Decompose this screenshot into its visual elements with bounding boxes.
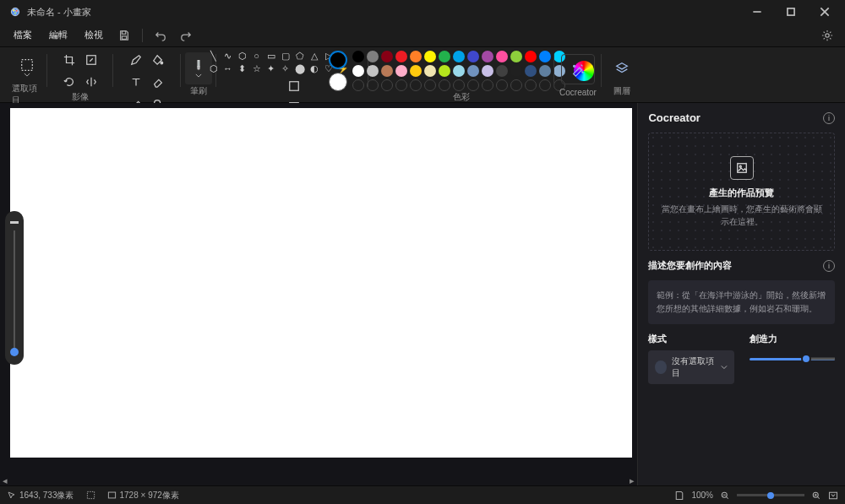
empty-color-swatch[interactable] xyxy=(381,79,393,91)
color-swatch[interactable] xyxy=(439,51,450,62)
horizontal-scrollbar[interactable]: ◂ ▸ xyxy=(0,475,637,485)
empty-color-swatch[interactable] xyxy=(525,79,537,91)
svg-rect-21 xyxy=(87,491,94,498)
color-swatch[interactable] xyxy=(453,51,465,62)
layers-button[interactable] xyxy=(605,53,639,84)
empty-color-swatch[interactable] xyxy=(424,79,436,91)
color-swatch[interactable] xyxy=(381,65,393,77)
menu-file[interactable]: 檔案 xyxy=(7,25,39,45)
preview-title: 產生的作品預覽 xyxy=(709,187,774,199)
brush-size-slider[interactable]: ▬ xyxy=(5,211,24,365)
theme-icon[interactable] xyxy=(789,26,811,45)
color-swatch[interactable] xyxy=(367,51,379,62)
creativity-slider[interactable] xyxy=(750,350,835,367)
color-swatch[interactable] xyxy=(395,51,407,62)
color-swatch[interactable] xyxy=(510,65,522,77)
preview-box: 產生的作品預覽 當您在畫布上繪圖時，您產生的藝術將會顯示在這裡。 xyxy=(648,133,835,251)
empty-color-swatch[interactable] xyxy=(496,79,508,91)
color-swatch[interactable] xyxy=(410,51,422,62)
zoom-in-button[interactable] xyxy=(811,490,821,501)
color-swatch[interactable] xyxy=(525,51,537,62)
fill-tool-icon[interactable] xyxy=(149,51,167,69)
style-dropdown[interactable]: 沒有選取項目 xyxy=(648,350,733,384)
color-swatch[interactable] xyxy=(496,51,508,62)
ribbon-group-image: 影像 xyxy=(47,51,113,99)
empty-color-swatch[interactable] xyxy=(439,79,450,91)
color-swatch[interactable] xyxy=(510,51,522,62)
info-icon[interactable]: i xyxy=(823,112,835,124)
empty-color-swatch[interactable] xyxy=(395,79,407,91)
shape-outline-icon[interactable] xyxy=(285,77,303,95)
minimize-button[interactable] xyxy=(740,0,774,24)
maximize-button[interactable] xyxy=(774,0,808,24)
color-swatch[interactable] xyxy=(424,65,436,77)
empty-color-swatch[interactable] xyxy=(482,79,493,91)
main-area: ▬ ◂ ▸ Cocreator i 產生的作品預覽 當您在畫布上繪圖時，您產生的… xyxy=(0,103,845,485)
text-tool-icon[interactable] xyxy=(127,73,145,91)
color-swatch[interactable] xyxy=(352,65,364,77)
primary-color-swatch[interactable] xyxy=(329,51,347,69)
menu-view[interactable]: 檢視 xyxy=(78,25,110,45)
color-swatch[interactable] xyxy=(539,65,551,77)
color-swatch[interactable] xyxy=(467,51,479,62)
svg-rect-9 xyxy=(122,35,126,39)
cursor-position: 1643, 733像素 xyxy=(7,490,74,501)
autosave-icon[interactable] xyxy=(674,490,684,501)
empty-color-swatch[interactable] xyxy=(467,79,479,91)
info-icon[interactable]: i xyxy=(823,260,835,272)
select-tool[interactable] xyxy=(14,51,41,83)
empty-color-swatch[interactable] xyxy=(410,79,422,91)
save-icon[interactable] xyxy=(113,26,135,45)
color-swatch[interactable] xyxy=(410,65,422,77)
color-swatch[interactable] xyxy=(482,65,493,77)
settings-icon[interactable] xyxy=(816,26,838,45)
zoom-slider[interactable] xyxy=(737,494,804,496)
preview-description: 當您在畫布上繪圖時，您產生的藝術將會顯示在這裡。 xyxy=(657,203,826,228)
close-button[interactable] xyxy=(808,0,842,24)
color-swatch[interactable] xyxy=(381,51,393,62)
secondary-color-swatch[interactable] xyxy=(329,73,347,91)
ribbon-label-cocreator: Cocreator xyxy=(559,88,597,99)
color-swatch[interactable] xyxy=(496,65,508,77)
empty-color-swatch[interactable] xyxy=(539,79,551,91)
color-swatch[interactable] xyxy=(367,65,379,77)
svg-point-18 xyxy=(582,72,583,73)
empty-color-swatch[interactable] xyxy=(510,79,522,91)
ribbon-label-brushes: 筆刷 xyxy=(190,85,207,99)
zoom-out-button[interactable] xyxy=(720,490,730,501)
empty-color-swatch[interactable] xyxy=(453,79,465,91)
canvas[interactable] xyxy=(10,108,632,458)
color-swatch[interactable] xyxy=(395,65,407,77)
empty-color-swatch[interactable] xyxy=(352,79,364,91)
color-swatch[interactable] xyxy=(525,65,537,77)
fit-screen-button[interactable] xyxy=(828,490,838,501)
crop-tool-icon[interactable] xyxy=(60,51,79,69)
svg-rect-15 xyxy=(290,82,299,91)
svg-point-20 xyxy=(739,165,741,167)
title-bar: 未命名 - 小畫家 xyxy=(0,0,845,24)
prompt-input[interactable]: 範例：從「在海洋中游泳的」開始，然後新增您所想的其他詳細數據，例如岩石和珊瑚。 xyxy=(648,280,835,324)
undo-icon[interactable] xyxy=(150,26,172,45)
color-swatch[interactable] xyxy=(539,51,551,62)
color-swatch[interactable] xyxy=(482,51,493,62)
resize-tool-icon[interactable] xyxy=(82,51,101,69)
color-swatch[interactable] xyxy=(439,65,450,77)
flip-tool-icon[interactable] xyxy=(82,73,101,91)
menu-edit[interactable]: 編輯 xyxy=(42,25,74,45)
ribbon-group-cocreator: Cocreator xyxy=(554,51,602,99)
panel-title: Cocreator xyxy=(648,111,700,124)
cocreator-button[interactable] xyxy=(561,54,595,84)
empty-color-swatch[interactable] xyxy=(367,79,379,91)
color-swatch[interactable] xyxy=(453,65,465,77)
image-placeholder-icon xyxy=(730,156,754,180)
pencil-tool-icon[interactable] xyxy=(127,51,145,69)
rotate-tool-icon[interactable] xyxy=(60,73,79,91)
svg-point-2 xyxy=(16,10,18,12)
redo-icon[interactable] xyxy=(175,26,197,45)
color-swatch[interactable] xyxy=(352,51,364,62)
color-palette[interactable] xyxy=(352,51,565,91)
style-value: 沒有選取項目 xyxy=(672,355,716,379)
color-swatch[interactable] xyxy=(467,65,479,77)
color-swatch[interactable] xyxy=(424,51,436,62)
eraser-tool-icon[interactable] xyxy=(149,73,167,91)
